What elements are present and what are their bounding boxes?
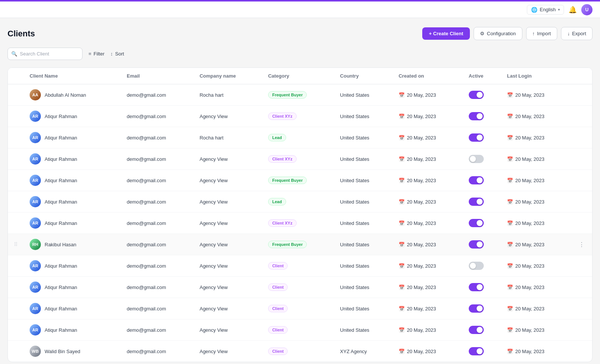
active-toggle[interactable] [469,133,484,142]
created-date: 20 May, 2023 [407,114,436,119]
last-login-date: 20 May, 2023 [515,327,544,333]
export-button[interactable]: ↓ Export [561,27,592,40]
created-cell: 📅 20 May, 2023 [393,127,463,148]
download-icon: ↓ [567,31,570,36]
active-toggle[interactable] [469,240,484,249]
drag-cell [8,191,24,213]
last-login-date: 20 May, 2023 [515,220,544,226]
language-selector[interactable]: 🌐 English ▾ [527,5,564,15]
gear-icon: ⚙ [480,31,484,36]
client-name-cell: AR Atiqur Rahman [24,148,121,170]
clients-table-container: Client Name Email Company name Category … [8,67,592,362]
active-cell [463,341,501,362]
last-login-cell: 📅 20 May, 2023 [501,255,571,277]
calendar-icon: 📅 [399,92,405,98]
row-actions-cell [571,213,592,234]
more-options-icon[interactable]: ⋮ [577,240,586,250]
created-cell: 📅 20 May, 2023 [393,234,463,255]
client-name-cell: AR Atiqur Rahman [24,191,121,213]
last-login-date: 20 May, 2023 [515,285,544,290]
th-category: Category [262,68,334,84]
active-toggle[interactable] [469,326,484,334]
last-login-cell: 📅 20 May, 2023 [501,319,571,341]
calendar-icon: 📅 [507,92,513,98]
avatar[interactable]: U [581,4,592,15]
country-cell: XYZ Agency [334,341,393,362]
last-login-date: 20 May, 2023 [515,92,544,98]
category-cell: Client [262,277,334,298]
active-toggle[interactable] [469,262,484,270]
drag-handle-icon[interactable]: ⠿ [14,241,18,247]
sort-button[interactable]: ↕ Sort [110,51,124,57]
created-date: 20 May, 2023 [407,178,436,183]
import-button[interactable]: ↑ Import [526,27,557,40]
active-toggle[interactable] [469,91,484,99]
active-toggle[interactable] [469,112,484,120]
table-row: AR Atiqur Rahman demo@gmail.com Agency V… [8,191,592,213]
active-cell [463,106,501,127]
category-cell: Client XYz [262,106,334,127]
category-badge: Client [268,348,288,355]
avatar: AR [30,132,41,143]
category-cell: Frequent Buyer [262,84,334,106]
client-name: Atiqur Rahman [45,114,77,119]
calendar-icon: 📅 [399,178,405,183]
filter-button[interactable]: ≡ Filter [88,51,104,57]
created-cell: 📅 20 May, 2023 [393,298,463,319]
calendar-icon: 📅 [507,285,513,290]
active-toggle[interactable] [469,155,484,163]
email-cell: demo@gmail.com [121,106,194,127]
table-row: AR Atiqur Rahman demo@gmail.com Agency V… [8,277,592,298]
category-cell: Client XYz [262,213,334,234]
created-cell: 📅 20 May, 2023 [393,191,463,213]
email-cell: demo@gmail.com [121,234,194,255]
last-login-cell: 📅 20 May, 2023 [501,277,571,298]
row-actions-cell [571,191,592,213]
company-cell: Agency View [194,148,262,170]
drag-cell [8,148,24,170]
avatar: RH [30,239,41,250]
avatar: AR [30,303,41,314]
email-cell: demo@gmail.com [121,84,194,106]
calendar-icon: 📅 [399,263,405,269]
page-title: Clients [8,29,35,39]
configuration-button[interactable]: ⚙ Configuration [474,27,522,40]
client-name: Atiqur Rahman [45,156,77,162]
category-cell: Frequent Buyer [262,234,334,255]
category-cell: Lead [262,127,334,148]
th-last-login: Last Login [501,68,571,84]
th-actions [571,68,592,84]
email-cell: demo@gmail.com [121,319,194,341]
category-cell: Frequent Buyer [262,170,334,191]
category-badge: Client [268,262,288,270]
search-input[interactable] [8,48,82,60]
client-name-cell: AR Atiqur Rahman [24,213,121,234]
active-toggle[interactable] [469,304,484,313]
client-name-cell: AR Atiqur Rahman [24,255,121,277]
active-toggle[interactable] [469,198,484,206]
client-name-cell: AR Atiqur Rahman [24,127,121,148]
active-toggle[interactable] [469,283,484,291]
category-badge: Lead [268,198,286,205]
category-cell: Client XYz [262,148,334,170]
active-toggle[interactable] [469,176,484,184]
table-row: ⠿ RH Rakibul Hasan demo@gmail.com Agency… [8,234,592,255]
company-cell: Agency View [194,298,262,319]
active-toggle[interactable] [469,219,484,227]
category-badge: Client [268,283,288,291]
created-date: 20 May, 2023 [407,220,436,226]
notification-bell-icon[interactable]: 🔔 [568,6,577,14]
category-badge: Frequent Buyer [268,241,307,248]
last-login-date: 20 May, 2023 [515,306,544,312]
active-toggle[interactable] [469,347,484,355]
company-cell: Rocha hart [194,127,262,148]
th-created: Created on [393,68,463,84]
created-date: 20 May, 2023 [407,306,436,312]
active-cell [463,234,501,255]
country-cell: United States [334,277,393,298]
row-actions-cell [571,84,592,106]
row-actions-cell [571,106,592,127]
drag-cell [8,84,24,106]
create-client-button[interactable]: + Create Client [422,27,470,40]
last-login-date: 20 May, 2023 [515,178,544,183]
